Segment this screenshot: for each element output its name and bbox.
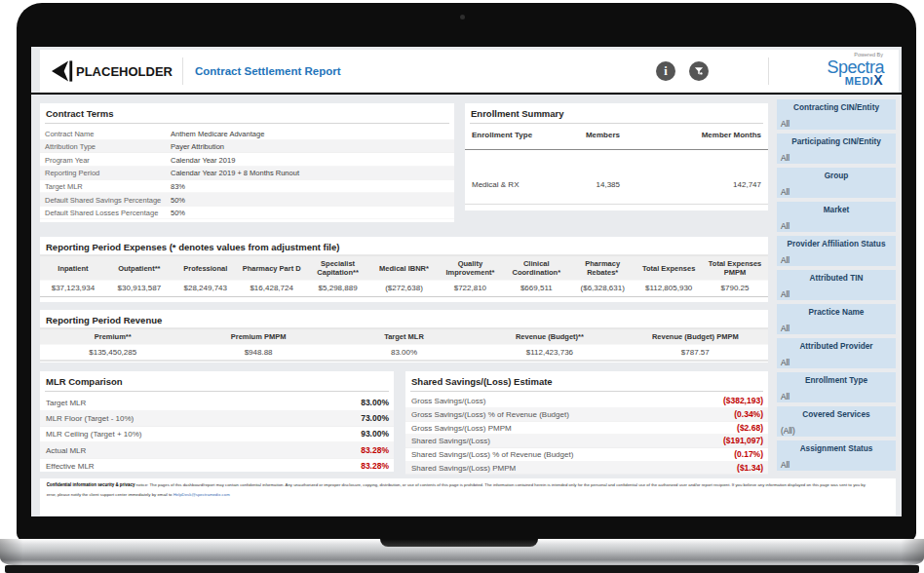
enrollment-data-row: Medical & RX 14,385 142,747 [465,150,768,205]
revenue-column-header: Premium PMPM [185,329,330,345]
contract-terms-row: Default Shared Savings Percentage50% [40,193,454,207]
clear-filter-icon[interactable] [689,61,709,81]
filter-title: Covered Services [777,406,896,419]
separator [470,123,763,124]
filter-title: Assignment Status [777,440,896,453]
laptop-mockup: PLACEHOLDER Contract Settlement Report i… [0,0,924,573]
col-members: Members [586,131,620,139]
mlr-row-value: 83.28% [361,462,394,472]
revenue-value: $135,450,285 [40,348,185,357]
contract-terms-row: Attribution TypePayer Attribution [40,140,454,154]
info-icon[interactable]: i [656,61,675,81]
filter-provider-affiliation-status[interactable]: Provider Affiliation StatusAll [777,236,896,266]
mlr-row-label: MLR Floor (Target - 10%) [40,414,134,423]
filter-covered-services[interactable]: Covered Services(All) [777,406,896,437]
expenses-column-header: Professional [173,256,239,281]
filter-group[interactable]: GroupAll [777,168,896,198]
expenses-value: $669,511 [503,284,569,292]
filter-attributed-provider[interactable]: Attributed ProviderAll [777,338,896,368]
expenses-column-header: Pharmacy Part D [239,256,305,281]
revenue-column-header: Revenue (Budget) PMPM [623,329,768,345]
mlr-row: MLR Ceiling (Target + 10%)93.00% [40,427,394,442]
revenue-value: $112,423,736 [477,348,622,357]
revenue-value: $948.88 [185,348,330,357]
header-divider-2 [768,57,769,85]
filter-selected-value: All [781,358,789,367]
filter-assignment-status[interactable]: Assignment StatusAll [777,440,896,471]
filter-selected-value: All [781,289,789,299]
expenses-value: $722,810 [437,284,503,292]
filter-title: Participating CIN/Entity [777,134,896,146]
laptop-bezel: PLACEHOLDER Contract Settlement Report i… [17,3,916,541]
mlr-row: Target MLR83.00% [40,395,394,410]
revenue-title: Reporting Period Revenue [40,310,768,325]
expenses-column-header: Outpatient** [106,256,173,281]
mlr-comparison-card: MLR Comparison Target MLR83.00%MLR Floor… [40,371,394,472]
shared-savings-row-value: (0.17%) [734,449,768,459]
footer-email-link[interactable]: HelpDesk@spectramedix.com [173,492,230,497]
mlr-row-value: 93.00% [361,430,394,439]
filter-title: Attributed Provider [777,338,896,351]
separator [45,123,449,124]
shared-savings-row-label: Gross Savings/(Loss) PMPM [405,423,512,432]
expenses-column-header: Pharmacy Rebates* [569,256,635,281]
filter-enrollment-type[interactable]: Enrollment TypeAll [777,372,896,402]
expenses-column-header: Total Expenses PMPM [702,256,768,281]
mlr-row: Actual MLR83.28% [40,442,394,458]
shared-savings-table: Gross Savings/(Loss)($382,193)Gross Savi… [405,395,768,475]
revenue-value-row: $135,450,285$948.8883.00%$112,423,736$78… [40,345,768,361]
expenses-value: $790.25 [702,284,768,292]
filter-attributed-tin[interactable]: Attributed TINAll [777,270,896,300]
contract-term-label: Attribution Type [40,142,171,151]
revenue-column-header: Premium** [40,329,185,345]
funnel-glyph [695,67,704,76]
filter-selected-value: All [781,460,789,470]
filter-market[interactable]: MarketAll [777,202,896,232]
filter-participating-cin-entity[interactable]: Participating CIN/EntityAll [777,134,896,164]
expenses-column-header: Inpatient [40,256,106,281]
shared-savings-row: Gross Savings/(Loss)($382,193) [405,395,768,408]
expenses-value-row: $37,123,934$30,913,587$28,249,743$16,428… [40,281,768,297]
expenses-column-header: Total Expenses [635,256,702,281]
expenses-value: $37,123,934 [40,284,106,292]
mlr-row-label: Actual MLR [40,446,86,455]
mlr-row: MLR Floor (Target - 10%)73.00% [40,410,394,426]
webcam-icon [460,15,465,19]
shared-savings-row-label: Gross Savings/(Loss) [405,397,485,405]
filter-contracting-cin-entity[interactable]: Contracting CIN/EntityAll [777,99,896,130]
shared-savings-row: Shared Savings/(Loss) % of Revenue (Budg… [405,448,768,462]
expenses-card: Reporting Period Expenses (* denotes val… [40,237,768,302]
expenses-value: $112,805,930 [635,284,702,292]
spectramedix-logo: Powered By Spectra MEDIX [787,52,884,88]
placeholder-logo-icon [52,59,73,83]
separator [40,296,768,297]
contract-term-value: Calendar Year 2019 [171,155,235,164]
page-title: Contract Settlement Report [195,50,341,93]
contract-term-label: Default Shared Savings Percentage [40,195,171,204]
shared-savings-row: Shared Savings/(Loss)($191,097) [405,435,768,448]
footer-text-1: notice: The pages of this dashboard/repo… [135,482,865,487]
expenses-value: ($272,638) [371,284,438,292]
filter-selected-value: All [781,221,789,231]
mlr-comparison-title: MLR Comparison [40,371,394,387]
shared-savings-row-value: ($191,097) [723,437,768,446]
revenue-card: Reporting Period Revenue Premium**Premiu… [40,310,768,363]
enrollment-summary-card: Enrollment Summary Enrollment Type Membe… [465,103,768,210]
mlr-row-label: Target MLR [40,398,86,406]
enrollment-summary-title: Enrollment Summary [465,103,768,119]
shared-savings-row-value: ($382,193) [723,397,768,406]
filter-title: Practice Name [777,304,896,317]
shared-savings-card: Shared Savings/(Loss) Estimate Gross Sav… [405,371,768,472]
contract-terms-row: Default Shared Losses Percentage50% [40,207,454,220]
expenses-column-header: Quality Improvement* [437,256,503,281]
header-divider [182,57,183,85]
filter-practice-name[interactable]: Practice NameAll [777,304,896,334]
contract-terms-card: Contract Terms Contract NameAnthem Medic… [40,103,454,222]
col-member-months: Member Months [620,131,768,139]
filter-title: Market [777,202,896,214]
contract-terms-row: Program YearCalendar Year 2019 [40,153,454,167]
filter-title: Contracting CIN/Entity [777,99,896,112]
shared-savings-row-label: Gross Savings/(Loss) % of Revenue (Budge… [405,410,569,419]
separator [45,391,389,392]
filter-title: Provider Affiliation Status [777,236,896,248]
